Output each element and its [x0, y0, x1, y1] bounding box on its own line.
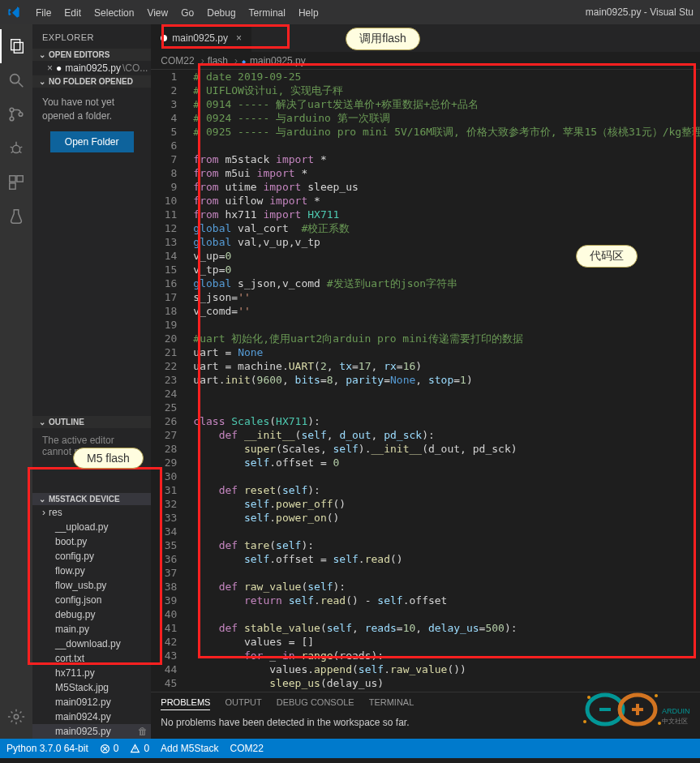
- svg-text:中文社区: 中文社区: [662, 718, 688, 725]
- search-icon[interactable]: [0, 63, 32, 97]
- editor-area: main0925.py × COM22 › flash › ⬥ main0925…: [151, 24, 700, 739]
- no-folder-section[interactable]: ⌄ NO FOLDER OPENED: [32, 75, 151, 88]
- activity-bar: [0, 24, 32, 739]
- sidebar: EXPLORER ⌄ OPEN EDITORS × ● main0925.py …: [32, 24, 151, 739]
- open-editor-item[interactable]: × ● main0925.py \CO...: [32, 61, 151, 75]
- status-errors[interactable]: 0: [100, 743, 119, 754]
- modified-dot-icon: [161, 35, 167, 41]
- python-file-icon: ⬥: [241, 55, 247, 66]
- svg-point-29: [658, 722, 661, 725]
- menu-selection[interactable]: Selection: [88, 4, 140, 22]
- test-icon[interactable]: [0, 199, 32, 234]
- svg-rect-15: [10, 183, 15, 189]
- callout-m5: M5 flash: [73, 448, 144, 469]
- status-python[interactable]: Python 3.7.0 64-bit: [6, 743, 88, 754]
- tree-file[interactable]: main.py: [32, 622, 151, 637]
- svg-point-28: [583, 720, 586, 723]
- debug-icon[interactable]: [0, 131, 32, 165]
- code-editor[interactable]: 1234567891011121314151617181920212223242…: [151, 70, 700, 692]
- svg-line-11: [11, 152, 14, 153]
- tree-file[interactable]: M5Stack.jpg: [32, 680, 151, 695]
- tree-file[interactable]: config.py: [32, 549, 151, 564]
- svg-rect-13: [10, 176, 15, 182]
- tree-file[interactable]: __download.py: [32, 637, 151, 651]
- window-title: main0925.py - Visual Stu: [586, 6, 694, 18]
- vscode-logo-icon: [6, 5, 21, 19]
- svg-point-7: [12, 145, 19, 152]
- chevron-down-icon: ⌄: [39, 495, 45, 504]
- settings-gear-icon[interactable]: [0, 700, 32, 734]
- modified-dot-icon: ●: [56, 62, 62, 74]
- arduino-watermark: ARDUINO 中文社区: [569, 681, 690, 740]
- svg-text:ARDUINO: ARDUINO: [662, 707, 690, 715]
- menu-file[interactable]: File: [29, 4, 58, 22]
- menu-edit[interactable]: Edit: [58, 4, 88, 22]
- svg-point-26: [587, 696, 590, 699]
- tab-bar: main0925.py ×: [151, 24, 700, 52]
- svg-rect-0: [11, 40, 20, 50]
- chevron-down-icon: ⌄: [39, 418, 45, 427]
- svg-rect-1: [14, 42, 23, 53]
- callout-tab: 调用flash: [346, 28, 420, 50]
- svg-line-9: [11, 147, 13, 148]
- m5stack-section[interactable]: ⌄ M5STACK DEVICE: [32, 493, 151, 505]
- tree-file[interactable]: __upload.py: [32, 520, 151, 534]
- tree-file[interactable]: config.json: [32, 593, 151, 607]
- menu-debug[interactable]: Debug: [200, 4, 242, 22]
- source-control-icon[interactable]: [0, 97, 32, 131]
- breadcrumbs[interactable]: COM22 › flash › ⬥ main0925.py: [151, 52, 700, 70]
- panel-tab-debug-console[interactable]: DEBUG CONSOLE: [277, 697, 354, 710]
- extensions-icon[interactable]: [0, 165, 32, 199]
- sidebar-title: EXPLORER: [32, 24, 151, 49]
- callout-code: 代码区: [576, 245, 638, 268]
- panel-tab-output[interactable]: OUTPUT: [225, 697, 261, 710]
- status-bar: Python 3.7.0 64-bit 0 0 Add M5Stack COM2…: [0, 739, 700, 758]
- status-warnings[interactable]: 0: [130, 743, 149, 754]
- tree-file[interactable]: main0925.py 🗑: [32, 724, 151, 739]
- line-gutter: 1234567891011121314151617181920212223242…: [151, 70, 187, 692]
- tab-label: main0925.py: [172, 32, 228, 44]
- trash-icon[interactable]: 🗑: [138, 726, 148, 737]
- tree-file[interactable]: debug.py: [32, 607, 151, 622]
- svg-point-2: [11, 75, 19, 84]
- tree-folder-res[interactable]: ›res: [32, 505, 151, 520]
- status-add-m5stack[interactable]: Add M5Stack: [161, 743, 218, 754]
- menu-terminal[interactable]: Terminal: [243, 4, 292, 22]
- svg-line-12: [19, 152, 22, 153]
- panel-tab-problems[interactable]: PROBLEMS: [161, 697, 210, 710]
- chevron-down-icon: ⌄: [39, 50, 45, 59]
- no-folder-message: You have not yet opened a folder.: [42, 96, 141, 123]
- tree-file[interactable]: main0912.py: [32, 695, 151, 709]
- menu-help[interactable]: Help: [292, 4, 325, 22]
- menu-go[interactable]: Go: [174, 4, 200, 22]
- svg-point-5: [10, 117, 14, 121]
- tree-file[interactable]: boot.py: [32, 534, 151, 549]
- svg-point-6: [19, 113, 23, 117]
- menu-view[interactable]: View: [140, 4, 174, 22]
- tree-file[interactable]: cort.txt: [32, 651, 151, 666]
- panel-tab-terminal[interactable]: TERMINAL: [369, 697, 414, 710]
- svg-rect-14: [17, 176, 23, 182]
- close-icon[interactable]: ×: [47, 62, 53, 74]
- tree-file[interactable]: main0924.py: [32, 709, 151, 724]
- svg-line-10: [20, 147, 23, 148]
- open-folder-button[interactable]: Open Folder: [50, 131, 134, 152]
- close-icon[interactable]: ×: [236, 32, 242, 44]
- editor-tab[interactable]: main0925.py ×: [151, 24, 252, 52]
- tree-file[interactable]: flow_usb.py: [32, 578, 151, 593]
- svg-point-16: [14, 714, 19, 719]
- tree-file[interactable]: flow.py: [32, 564, 151, 578]
- svg-line-3: [19, 83, 24, 88]
- svg-point-4: [10, 108, 14, 112]
- tree-file[interactable]: hx711.py: [32, 666, 151, 680]
- svg-point-27: [655, 694, 658, 697]
- code-content[interactable]: # date 2019-09-25# UIFLOW设计ui, 实现电子秤# 09…: [187, 70, 700, 692]
- menubar: FileEditSelectionViewGoDebugTerminalHelp…: [0, 0, 700, 24]
- open-editors-section[interactable]: ⌄ OPEN EDITORS: [32, 49, 151, 61]
- chevron-down-icon: ⌄: [39, 77, 45, 86]
- status-com[interactable]: COM22: [230, 743, 263, 754]
- explorer-icon[interactable]: [0, 29, 32, 63]
- outline-section[interactable]: ⌄ OUTLINE: [32, 416, 151, 428]
